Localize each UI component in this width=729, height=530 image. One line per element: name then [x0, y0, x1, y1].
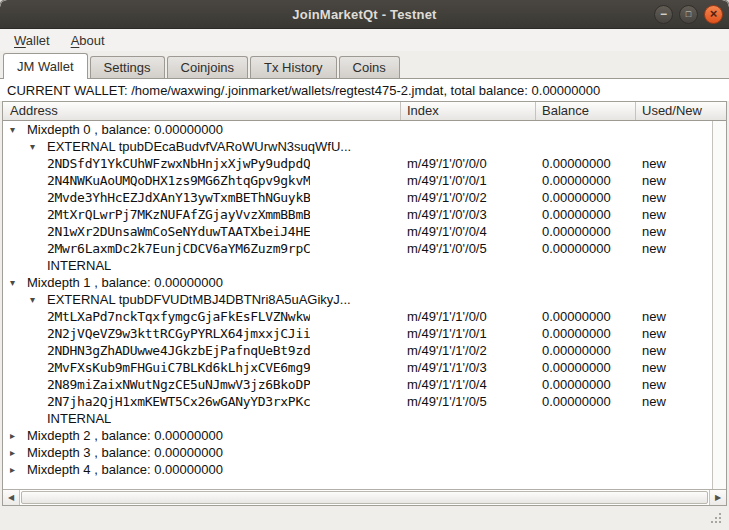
tree-row[interactable]: ▾Mixdepth 1 , balance: 0.00000000: [3, 274, 712, 291]
cell-balance: 0.00000000: [536, 190, 636, 205]
address-text: 2N89miZaixNWutNgzCE5uNJmwV3jz6BkoDP: [47, 377, 310, 392]
expand-arrow-icon[interactable]: ▾: [29, 291, 47, 308]
tree-row[interactable]: ▾EXTERNAL tpubDFVUDtMBJ4DBTNri8A5uAGikyJ…: [3, 291, 712, 308]
cell-address: 2NDSfdY1YkCUhWFzwxNbHnjxXjwPy9udpdQ: [3, 156, 401, 171]
cell-balance: 0.00000000: [536, 343, 636, 358]
cell-index: m/49'/1'/1'/0/5: [401, 394, 536, 409]
cell-address: ▾Mixdepth 0 , balance: 0.00000000: [3, 121, 401, 138]
expand-arrow-icon[interactable]: ▾: [29, 138, 47, 155]
cell-index: m/49'/1'/0'/0/4: [401, 224, 536, 239]
cell-used-new: new: [636, 360, 712, 375]
menu-wallet-mnemonic: W: [14, 33, 26, 48]
tree-row[interactable]: 2N89miZaixNWutNgzCE5uNJmwV3jz6BkoDP m/49…: [3, 376, 712, 393]
expand-arrow-icon[interactable]: ▸: [9, 427, 27, 444]
address-text: 2Mvde3YhHcEZJdXAnY13ywTxmBEThNGuykB: [47, 190, 310, 205]
address-text: Mixdepth 1 , balance: 0.00000000: [27, 275, 223, 290]
address-text: INTERNAL: [47, 411, 111, 426]
close-icon: ×: [710, 7, 718, 20]
tree-row[interactable]: 2NDHN3gZhADUwwe4JGkzbEjPafnqUeBt9zd m/49…: [3, 342, 712, 359]
cell-index: m/49'/1'/0'/0/2: [401, 190, 536, 205]
column-header-address[interactable]: Address: [3, 102, 401, 120]
cell-used-new: new: [636, 241, 712, 256]
address-text: 2MtLXaPd7nckTqxfymgcGjaFkEsFLVZNwkw: [47, 309, 310, 324]
menu-wallet-label: allet: [26, 33, 50, 48]
cell-address: INTERNAL: [3, 411, 401, 426]
tree-row[interactable]: ▸Mixdepth 4 , balance: 0.00000000: [3, 461, 712, 478]
tree-row[interactable]: ▸Mixdepth 2 , balance: 0.00000000: [3, 427, 712, 444]
tree-row[interactable]: 2MtLXaPd7nckTqxfymgcGjaFkEsFLVZNwkw m/49…: [3, 308, 712, 325]
tree-row[interactable]: 2N2jVQeVZ9w3kttRCGyPYRLX64jmxxjCJii m/49…: [3, 325, 712, 342]
address-text: Mixdepth 3 , balance: 0.00000000: [27, 445, 223, 460]
window-controls: − □ ×: [654, 0, 723, 28]
scroll-left-button[interactable]: ◀: [3, 490, 20, 505]
scroll-right-icon: ▶: [715, 493, 721, 502]
cell-balance: 0.00000000: [536, 326, 636, 341]
cell-index: m/49'/1'/0'/0/1: [401, 173, 536, 188]
cell-balance: 0.00000000: [536, 377, 636, 392]
tree-row[interactable]: 2MvFXsKub9mFHGuiC7BLKd6kLhjxCVE6mg9 m/49…: [3, 359, 712, 376]
cell-address: 2Mvde3YhHcEZJdXAnY13ywTxmBEThNGuykB: [3, 190, 401, 205]
tree-row[interactable]: 2Mwr6LaxmDc2k7EunjCDCV6aYM6Zuzm9rpC m/49…: [3, 240, 712, 257]
address-text: 2NDSfdY1YkCUhWFzwxNbHnjxXjwPy9udpdQ: [47, 156, 310, 171]
cell-address: ▾EXTERNAL tpubDFVUDtMBJ4DBTNri8A5uAGikyJ…: [3, 291, 401, 308]
tab-tx-history[interactable]: Tx History: [250, 56, 337, 78]
tab-settings[interactable]: Settings: [90, 56, 165, 78]
horizontal-scrollbar-thumb[interactable]: [21, 491, 708, 504]
maximize-icon: □: [686, 10, 691, 19]
tree-row[interactable]: INTERNAL: [3, 410, 712, 427]
horizontal-scrollbar: ◀ ▶: [3, 489, 726, 505]
resize-grip[interactable]: [711, 512, 724, 525]
tree-row[interactable]: 2N7jha2QjH1xmKEWT5Cx26wGANyYD3rxPKc m/49…: [3, 393, 712, 410]
cell-index: m/49'/1'/1'/0/4: [401, 377, 536, 392]
tab-coins[interactable]: Coins: [339, 56, 400, 78]
tree-row[interactable]: 2NDSfdY1YkCUhWFzwxNbHnjxXjwPy9udpdQ m/49…: [3, 155, 712, 172]
cell-address: ▸Mixdepth 3 , balance: 0.00000000: [3, 444, 401, 461]
tree-row[interactable]: 2MtXrQLwrPj7MKzNUFAfZGjayVvzXmmBBmB m/49…: [3, 206, 712, 223]
cell-used-new: new: [636, 309, 712, 324]
tree-row[interactable]: 2N4NWKuAoUMQoDHX1zs9MG6ZhtqGpv9gkvM m/49…: [3, 172, 712, 189]
tree-row[interactable]: 2Mvde3YhHcEZJdXAnY13ywTxmBEThNGuykB m/49…: [3, 189, 712, 206]
maximize-button[interactable]: □: [679, 5, 698, 24]
cell-index: m/49'/1'/0'/0/3: [401, 207, 536, 222]
cell-balance: 0.00000000: [536, 309, 636, 324]
scroll-left-icon: ◀: [8, 493, 14, 502]
cell-balance: 0.00000000: [536, 360, 636, 375]
address-text: EXTERNAL tpubDFVUDtMBJ4DBTNri8A5uAGikyJ.…: [47, 292, 351, 307]
minimize-button[interactable]: −: [654, 5, 673, 24]
expand-arrow-icon[interactable]: ▸: [9, 461, 27, 478]
cell-address: 2N2jVQeVZ9w3kttRCGyPYRLX64jmxxjCJii: [3, 326, 401, 341]
tree-row[interactable]: 2N1wXr2DUnsaWmCoSeNYduwTAATXbeiJ4HE m/49…: [3, 223, 712, 240]
tree-row[interactable]: ▸Mixdepth 3 , balance: 0.00000000: [3, 444, 712, 461]
address-text: 2N7jha2QjH1xmKEWT5Cx26wGANyYD3rxPKc: [47, 394, 310, 409]
tree-rows: ▾Mixdepth 0 , balance: 0.00000000 ▾EXTER…: [3, 121, 712, 489]
address-text: Mixdepth 0 , balance: 0.00000000: [27, 122, 223, 137]
cell-balance: 0.00000000: [536, 394, 636, 409]
tree-row[interactable]: ▾Mixdepth 0 , balance: 0.00000000: [3, 121, 712, 138]
cell-used-new: new: [636, 394, 712, 409]
column-header-balance[interactable]: Balance: [536, 102, 636, 120]
cell-used-new: new: [636, 207, 712, 222]
close-button[interactable]: ×: [704, 5, 723, 24]
cell-address: 2N1wXr2DUnsaWmCoSeNYduwTAATXbeiJ4HE: [3, 224, 401, 239]
expand-arrow-icon[interactable]: ▾: [9, 274, 27, 291]
menu-about[interactable]: About: [69, 32, 107, 49]
tab-coinjoins[interactable]: Coinjoins: [167, 56, 248, 78]
horizontal-scrollbar-track[interactable]: [20, 490, 709, 505]
cell-used-new: new: [636, 156, 712, 171]
cell-address: 2MtXrQLwrPj7MKzNUFAfZGjayVvzXmmBBmB: [3, 207, 401, 222]
menu-wallet[interactable]: Wallet: [12, 32, 52, 49]
vertical-scrollbar[interactable]: [712, 121, 726, 489]
tree-row[interactable]: INTERNAL: [3, 257, 712, 274]
scroll-right-button[interactable]: ▶: [709, 490, 726, 505]
cell-balance: 0.00000000: [536, 156, 636, 171]
cell-address: INTERNAL: [3, 258, 401, 273]
tree-row[interactable]: ▾EXTERNAL tpubDEcaBudvfVARoWUrwN3suqWfU.…: [3, 138, 712, 155]
expand-arrow-icon[interactable]: ▸: [9, 444, 27, 461]
cell-index: m/49'/1'/1'/0/3: [401, 360, 536, 375]
column-header-index[interactable]: Index: [401, 102, 536, 120]
cell-used-new: new: [636, 224, 712, 239]
tab-jm-wallet[interactable]: JM Wallet: [3, 53, 88, 79]
column-header-used-new[interactable]: Used/New: [636, 102, 726, 120]
cell-used-new: new: [636, 326, 712, 341]
expand-arrow-icon[interactable]: ▾: [9, 121, 27, 138]
